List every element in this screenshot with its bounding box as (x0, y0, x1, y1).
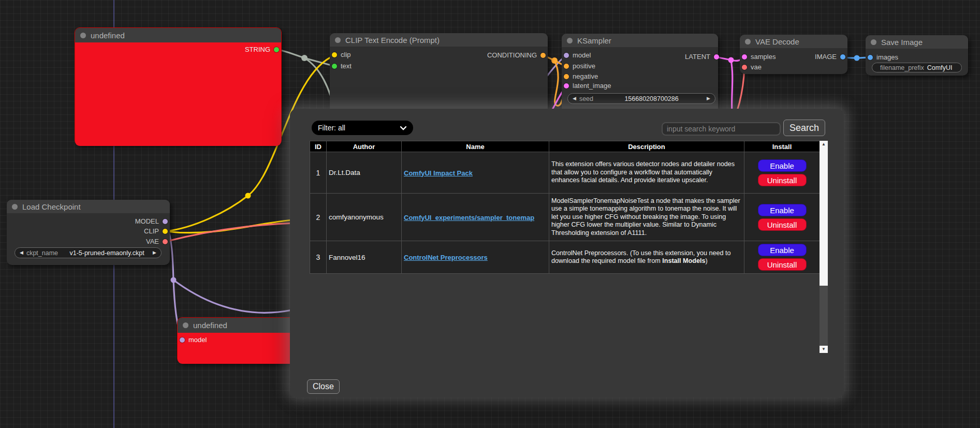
latent-image-input-dot[interactable] (564, 83, 569, 88)
column-header: ID (310, 141, 327, 152)
enable-button[interactable]: Enable (758, 159, 807, 172)
column-header: Description (549, 141, 744, 152)
enable-button[interactable]: Enable (758, 244, 807, 256)
collapse-dot-icon[interactable] (567, 38, 573, 43)
negative-input-dot[interactable] (564, 74, 569, 79)
node-title-bar[interactable]: Save Image (866, 35, 968, 49)
cell-description: ControlNet Preprocessors. (To use this e… (549, 241, 744, 274)
seed-value: 156680208700286 (596, 95, 707, 102)
collapse-dot-icon[interactable] (335, 37, 341, 43)
extensions-table: IDAuthorNameDescriptionInstall 1Dr.Lt.Da… (310, 141, 820, 274)
input-label: model (188, 336, 207, 344)
collapse-dot-icon[interactable] (12, 204, 18, 210)
node-graph-canvas[interactable]: undefined STRING CLIP Text Encode (Promp… (0, 0, 980, 428)
filter-select[interactable]: Filter: all (312, 121, 413, 135)
vae-input-dot[interactable] (742, 65, 747, 70)
ckpt-name-value: v1-5-pruned-emaonly.ckpt (61, 249, 153, 257)
prev-arrow-icon[interactable]: ◀ (20, 250, 23, 255)
extension-link[interactable]: ComfyUI_experiments/sampler_tonemap (404, 214, 534, 222)
node-title: CLIP Text Encode (Prompt) (345, 36, 440, 45)
extensions-table-container: IDAuthorNameDescriptionInstall 1Dr.Lt.Da… (310, 141, 828, 353)
image-output-dot[interactable] (840, 54, 845, 60)
filename-prefix-widget[interactable]: filename_prefix ComfyUI (872, 63, 962, 72)
collapse-dot-icon[interactable] (80, 33, 86, 38)
output-label: MODEL (135, 217, 159, 226)
scrollbar-thumb[interactable] (820, 141, 828, 286)
wire-latent-dip (731, 60, 733, 114)
output-label: STRING (245, 46, 270, 54)
filename-prefix-value: ComfyUI (927, 64, 958, 71)
node-title: VAE Decode (755, 37, 799, 46)
table-scrollbar[interactable]: ▲ ▼ (820, 141, 828, 353)
ckpt-name-widget[interactable]: ◀ ckpt_name v1-5-pruned-emaonly.ckpt ▶ (14, 247, 162, 258)
collapse-dot-icon[interactable] (183, 322, 188, 328)
table-header-row: IDAuthorNameDescriptionInstall (310, 141, 820, 152)
images-input-dot[interactable] (868, 55, 873, 60)
input-label: text (341, 62, 352, 70)
enable-button[interactable]: Enable (758, 204, 807, 216)
input-label: positive (573, 62, 595, 70)
uninstall-button[interactable]: Uninstall (758, 258, 807, 271)
decrement-arrow-icon[interactable]: ◀ (573, 96, 576, 101)
conditioning-output-dot[interactable] (540, 53, 546, 58)
collapse-dot-icon[interactable] (745, 39, 751, 45)
node-undefined-top[interactable]: undefined STRING (75, 27, 282, 145)
cell-install: EnableUninstall (744, 194, 820, 241)
reroute-dot-conditioning (551, 57, 558, 64)
column-header: Name (402, 141, 549, 152)
node-load-checkpoint[interactable]: Load Checkpoint MODEL CLIP VAE ◀ ckpt_na… (7, 200, 170, 265)
reroute-dot-latent (728, 57, 734, 63)
model-output-dot[interactable] (163, 219, 168, 224)
latent-output-dot[interactable] (714, 54, 719, 60)
search-button[interactable]: Search (783, 120, 825, 136)
increment-arrow-icon[interactable]: ▶ (707, 96, 710, 101)
node-ksampler[interactable]: KSampler model positive negative latent_… (562, 34, 718, 115)
search-input[interactable] (662, 122, 781, 136)
cell-author: Fannovel16 (327, 241, 402, 274)
scroll-up-icon[interactable]: ▲ (820, 141, 828, 147)
node-vae-decode[interactable]: VAE Decode samples vae IMAGE (740, 35, 847, 74)
text-input-dot[interactable] (332, 64, 337, 69)
node-title-bar[interactable]: CLIP Text Encode (Prompt) (330, 33, 548, 47)
node-title-bar[interactable]: undefined (75, 28, 281, 42)
input-label: images (876, 53, 898, 62)
seed-widget[interactable]: ◀ seed 156680208700286 ▶ (567, 93, 715, 104)
string-output-dot[interactable] (274, 47, 279, 52)
extension-link[interactable]: ComfyUI Impact Pack (404, 169, 473, 177)
reroute-dot-string (301, 55, 308, 61)
samples-input-dot[interactable] (742, 54, 747, 60)
model-input-dot[interactable] (180, 337, 185, 343)
node-title: Load Checkpoint (22, 202, 81, 211)
model-input-dot[interactable] (564, 53, 569, 58)
next-arrow-icon[interactable]: ▶ (153, 250, 156, 255)
input-label: clip (341, 51, 351, 59)
uninstall-button[interactable]: Uninstall (758, 174, 807, 186)
node-title-bar[interactable]: Load Checkpoint (7, 200, 170, 213)
column-header: Author (327, 141, 402, 152)
clip-output-dot[interactable] (163, 229, 168, 234)
close-button[interactable]: Close (307, 379, 340, 394)
node-title-bar[interactable]: VAE Decode (740, 35, 847, 48)
input-label: model (573, 51, 591, 60)
extension-link[interactable]: ControlNet Preprocessors (404, 254, 488, 261)
collapse-dot-icon[interactable] (871, 39, 876, 45)
output-label: VAE (146, 238, 159, 246)
clip-input-dot[interactable] (332, 52, 337, 57)
reroute-dot-model (171, 277, 177, 283)
uninstall-button[interactable]: Uninstall (758, 218, 807, 231)
cell-name: ControlNet Preprocessors (402, 241, 549, 274)
widget-name: seed (579, 95, 593, 102)
node-title-bar[interactable]: KSampler (562, 34, 718, 47)
positive-input-dot[interactable] (564, 64, 569, 69)
column-header: Install (744, 141, 820, 152)
input-label: samples (751, 53, 776, 61)
cell-install: EnableUninstall (744, 241, 820, 274)
node-save-image[interactable]: Save Image images filename_prefix ComfyU… (866, 35, 968, 76)
node-clip-text-encode[interactable]: CLIP Text Encode (Prompt) clip text COND… (330, 33, 548, 116)
scroll-down-icon[interactable]: ▼ (820, 346, 828, 353)
input-label: vae (751, 63, 762, 71)
vae-output-dot[interactable] (163, 239, 168, 244)
extensions-table-body: 1Dr.Lt.DataComfyUI Impact PackThis exten… (310, 152, 820, 274)
cell-name: ComfyUI Impact Pack (402, 152, 549, 194)
node-title: KSampler (577, 36, 611, 45)
